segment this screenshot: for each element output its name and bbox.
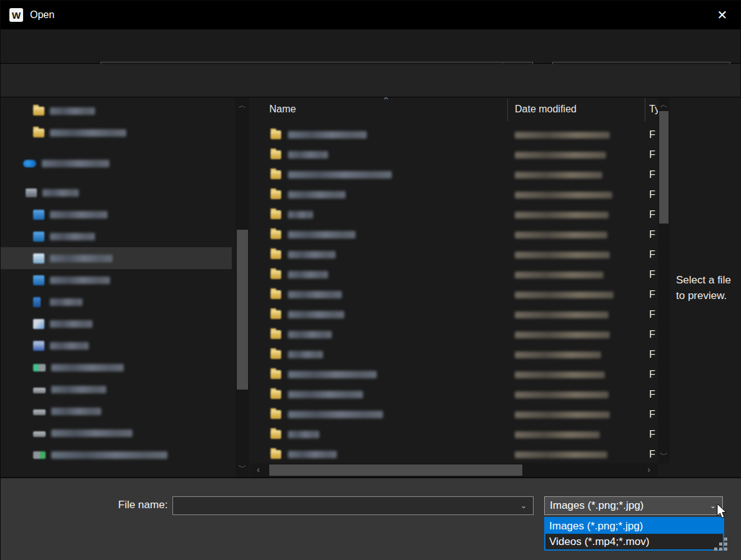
file-row[interactable]: F <box>251 405 658 425</box>
drive-gray-icon <box>33 388 46 393</box>
sidebar-item[interactable] <box>1 422 236 444</box>
sidebar-item-label-redacted <box>50 342 89 350</box>
resize-grip-icon[interactable] <box>712 538 727 553</box>
sidebar-scroll-thumb[interactable] <box>237 230 248 390</box>
file-row[interactable]: F <box>251 205 658 225</box>
file-type-value: Images (*.png;*.jpg) <box>550 499 644 512</box>
chevron-down-icon[interactable]: ⌄ <box>520 501 527 510</box>
sidebar-item[interactable] <box>1 313 236 335</box>
sidebar-item[interactable] <box>1 204 236 225</box>
file-name-redacted <box>288 411 383 418</box>
folder-icon <box>33 107 44 115</box>
sidebar-item-label-redacted <box>51 386 106 393</box>
file-list: ^ Name Date modified Ty FFFFFFFFFFFFFFFF… <box>251 97 658 477</box>
sidebar-item[interactable] <box>1 100 236 122</box>
file-name-redacted <box>288 371 377 378</box>
sidebar-item[interactable] <box>1 225 236 247</box>
file-date-redacted <box>515 172 602 179</box>
file-row[interactable]: F <box>251 125 658 145</box>
list-horizontal-scrollbar[interactable]: ‹ › <box>251 463 658 477</box>
file-row[interactable]: F <box>251 165 658 185</box>
column-divider[interactable] <box>507 99 508 121</box>
list-scroll-thumb[interactable] <box>659 111 669 224</box>
scroll-left-icon[interactable]: ‹ <box>257 464 260 474</box>
column-header-type[interactable]: Ty <box>649 104 658 115</box>
file-type-letter: F <box>649 429 655 440</box>
chevron-down-icon: ⌄ <box>710 501 716 510</box>
sidebar-item[interactable] <box>1 122 236 144</box>
file-row[interactable]: F <box>251 305 658 325</box>
scroll-right-icon[interactable]: › <box>647 464 650 474</box>
sidebar-item[interactable] <box>1 269 236 291</box>
file-date-redacted <box>515 132 610 139</box>
music-icon <box>33 297 41 307</box>
file-row[interactable]: F <box>251 345 658 365</box>
folder-icon <box>271 190 281 199</box>
videos-icon <box>33 341 44 351</box>
file-date-redacted <box>515 371 605 378</box>
file-row[interactable]: F <box>251 145 658 165</box>
file-row[interactable]: F <box>251 425 658 445</box>
close-icon[interactable]: ✕ <box>713 6 732 24</box>
file-type-letter: F <box>649 129 655 140</box>
file-name-redacted <box>288 131 367 139</box>
folder-icon <box>271 390 281 399</box>
word-app-icon: W <box>9 8 23 22</box>
file-row[interactable]: F <box>251 245 658 265</box>
file-date-redacted <box>515 212 609 219</box>
file-type-select[interactable]: Images (*.png;*.jpg) ⌄ <box>544 496 723 515</box>
sidebar-item-label-redacted <box>51 451 167 459</box>
file-row[interactable]: F <box>251 225 658 245</box>
command-toolbar: Organize▾ New folder ▾ ? <box>1 64 740 97</box>
sidebar-item[interactable] <box>1 444 236 466</box>
column-divider[interactable] <box>645 99 645 121</box>
file-name-redacted <box>288 391 363 398</box>
drive-green-icon <box>33 364 46 371</box>
sidebar-item[interactable] <box>1 291 236 313</box>
sidebar-item[interactable] <box>1 378 236 400</box>
scroll-up-icon[interactable]: ︿ <box>658 99 670 111</box>
sidebar-item[interactable] <box>1 356 236 378</box>
file-row[interactable]: F <box>251 445 658 463</box>
sidebar-item[interactable] <box>1 335 236 356</box>
scroll-up-icon[interactable]: ︿ <box>236 100 249 111</box>
file-type-letter: F <box>649 369 655 380</box>
file-type-letter: F <box>649 449 655 460</box>
folder-icon <box>271 290 281 299</box>
list-header: ^ Name Date modified Ty <box>251 97 658 122</box>
list-vertical-scrollbar[interactable]: ︿ ﹀ <box>658 97 670 463</box>
folder-icon <box>271 250 281 259</box>
file-row[interactable]: F <box>251 265 658 285</box>
file-date-redacted <box>515 391 609 398</box>
sidebar-scrollbar[interactable]: ︿ ﹀ <box>236 97 249 477</box>
hscroll-thumb[interactable] <box>269 464 522 476</box>
file-row[interactable]: F <box>251 365 658 385</box>
scroll-down-icon[interactable]: ﹀ <box>236 462 249 473</box>
sidebar-item[interactable] <box>1 400 236 422</box>
file-row[interactable]: F <box>251 325 658 345</box>
dropdown-option-selected[interactable]: Images (*.png;*.jpg) <box>545 518 723 534</box>
documents-icon <box>33 253 44 263</box>
file-name-redacted <box>288 231 356 238</box>
file-name-redacted <box>288 191 346 199</box>
sidebar-item[interactable] <box>1 182 236 204</box>
file-name-input[interactable]: ⌄ <box>172 496 534 515</box>
file-row[interactable]: F <box>251 385 658 405</box>
scroll-down-icon[interactable]: ﹀ <box>658 449 670 461</box>
file-row[interactable]: F <box>251 185 658 205</box>
file-date-redacted <box>515 292 614 298</box>
file-type-letter: F <box>649 269 655 280</box>
file-row[interactable]: F <box>251 285 658 305</box>
sidebar-item[interactable] <box>1 152 236 174</box>
file-type-letter: F <box>649 169 655 180</box>
file-date-redacted <box>515 411 610 418</box>
column-header-date-modified[interactable]: Date modified <box>515 104 577 115</box>
folder-icon <box>271 310 281 319</box>
dropdown-option[interactable]: Videos (*.mp4;*.mov) <box>545 534 723 549</box>
sidebar-item-selected[interactable] <box>1 247 232 269</box>
column-header-name[interactable]: Name <box>269 104 296 115</box>
drive-green2-icon <box>33 451 46 459</box>
file-name-redacted <box>288 311 344 318</box>
folder-icon <box>33 129 44 137</box>
file-date-redacted <box>515 232 607 238</box>
